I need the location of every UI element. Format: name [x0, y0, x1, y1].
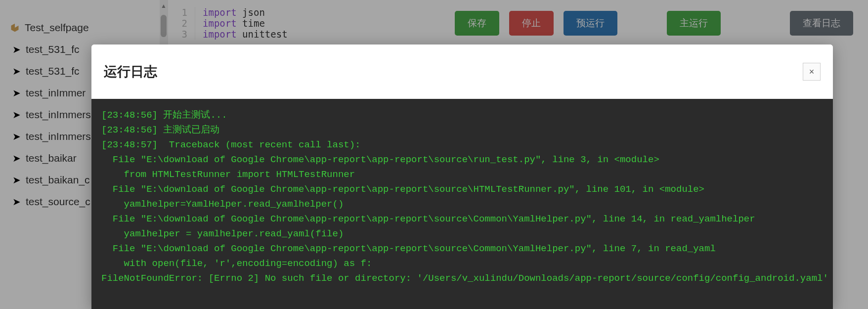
- log-line: yamlhelper=YamlHelper.read_yamlhelper(): [101, 197, 823, 212]
- log-line: [23:48:56] 主测试已启动: [101, 123, 823, 137]
- modal-header: 运行日志 ×: [91, 44, 833, 99]
- modal-close-button[interactable]: ×: [803, 63, 821, 81]
- log-line: File "E:\download of Google Chrome\app-r…: [101, 182, 823, 197]
- log-line: with open(file, 'r',encoding=encoding) a…: [101, 256, 823, 271]
- log-line: from HTMLTestRunner import HTMLTestRunne…: [101, 167, 823, 182]
- log-line: File "E:\download of Google Chrome\app-r…: [101, 152, 823, 167]
- log-modal: 运行日志 × [23:48:56] 开始主测试...[23:48:56] 主测试…: [91, 44, 833, 309]
- log-line: yamlhelper = yamlhelper.read_yaml(file): [101, 226, 823, 241]
- modal-title: 运行日志: [104, 63, 157, 81]
- log-line: [23:48:56] 开始主测试...: [101, 108, 823, 123]
- log-output[interactable]: [23:48:56] 开始主测试...[23:48:56] 主测试已启动[23:…: [91, 99, 833, 309]
- log-line: [23:48:57] Traceback (most recent call l…: [101, 137, 823, 152]
- log-line: File "E:\download of Google Chrome\app-r…: [101, 241, 823, 256]
- log-line: FileNotFoundError: [Errno 2] No such fil…: [101, 271, 823, 286]
- log-line: File "E:\download of Google Chrome\app-r…: [101, 212, 823, 226]
